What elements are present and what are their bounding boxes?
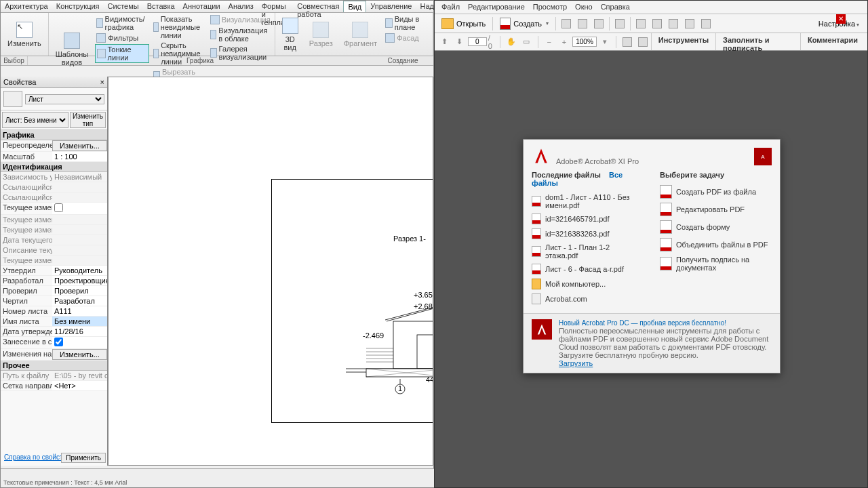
property-value[interactable]: Без имени bbox=[52, 317, 107, 326]
apply-button[interactable]: Применить bbox=[61, 453, 106, 463]
property-row[interactable]: Дата утверждени...11/28/16 bbox=[1, 327, 107, 337]
tab-collab[interactable]: Совместная работа bbox=[293, 1, 343, 12]
task-item[interactable]: Создать форму bbox=[660, 218, 772, 236]
recent-file-item[interactable]: Лист - 6 - Фасад a-г.pdf bbox=[532, 262, 644, 277]
3d-view-button[interactable]: 3D вид bbox=[278, 14, 302, 54]
property-row[interactable]: Текущее измене... bbox=[1, 203, 107, 215]
menu-view[interactable]: Просмотр bbox=[533, 3, 567, 12]
property-row[interactable]: Ссылающийся л... bbox=[1, 182, 107, 192]
menu-window[interactable]: Окно bbox=[575, 3, 593, 12]
task-item[interactable]: Получить подпись на документах bbox=[660, 253, 772, 274]
tab-struct[interactable]: Конструкция bbox=[52, 1, 104, 12]
property-row[interactable]: Ссылающийся у... bbox=[1, 192, 107, 203]
property-value[interactable]: Разработал bbox=[52, 296, 107, 306]
fit1-button[interactable] bbox=[620, 35, 634, 49]
property-value[interactable] bbox=[52, 203, 107, 214]
tab-arch[interactable]: Архитектура bbox=[1, 1, 52, 12]
view-control-bar[interactable] bbox=[1, 468, 435, 479]
fit2-button[interactable] bbox=[635, 35, 649, 49]
property-row[interactable]: Переопределени...Изменить... bbox=[1, 140, 107, 152]
tool3-button[interactable] bbox=[666, 16, 681, 31]
tool2-button[interactable] bbox=[650, 16, 665, 31]
drawing-canvas[interactable]: Разрез 1- bbox=[108, 77, 433, 466]
property-value[interactable]: <Нет> bbox=[52, 381, 107, 390]
property-row[interactable]: Сетка направля...<Нет> bbox=[1, 381, 107, 391]
property-value[interactable]: 11/28/16 bbox=[52, 327, 107, 336]
tab-manage[interactable]: Управление bbox=[366, 1, 416, 12]
property-row[interactable]: Описание текущ... bbox=[1, 245, 107, 256]
menu-file[interactable]: Файл bbox=[441, 3, 460, 12]
property-row[interactable]: Дата текущего из... bbox=[1, 235, 107, 245]
type-selector[interactable]: Лист bbox=[25, 94, 104, 104]
view-templates-button[interactable]: Шаблоны видов bbox=[52, 14, 93, 85]
create-button[interactable]: Создать bbox=[496, 18, 553, 30]
property-row[interactable]: Изменения на ли...Изменить... bbox=[1, 349, 107, 361]
property-row[interactable]: Путь к файлуE:\05 - by revit cou... bbox=[1, 371, 107, 381]
gear-button[interactable] bbox=[612, 16, 627, 31]
recent-file-item[interactable]: Acrobat.com bbox=[532, 291, 644, 306]
visibility-graphics-button[interactable]: Видимость/ графика bbox=[95, 14, 149, 32]
task-item[interactable]: Создать PDF из файла bbox=[660, 183, 772, 201]
property-row[interactable]: Масштаб1 : 100 bbox=[1, 152, 107, 162]
modify-button[interactable]: ↖Изменить bbox=[3, 14, 45, 54]
property-row[interactable]: ПроверилПроверил bbox=[1, 286, 107, 296]
property-value[interactable]: Изменить... bbox=[52, 140, 107, 151]
zoom-dd[interactable]: ▾ bbox=[598, 35, 612, 49]
property-checkbox[interactable] bbox=[54, 338, 63, 346]
property-row[interactable]: Имя листаБез имени bbox=[1, 317, 107, 327]
recent-file-item[interactable]: id=3216383263.pdf bbox=[532, 226, 644, 241]
render-cloud-button[interactable]: Визуализация в облаке bbox=[209, 26, 272, 43]
recent-file-item[interactable]: Лист - 1 - План 1-2 этажа.pdf bbox=[532, 241, 644, 262]
tools-pane-tab[interactable]: Инструменты bbox=[651, 33, 715, 50]
promo-download-link[interactable]: Загрузить bbox=[559, 359, 593, 367]
tool5-button[interactable] bbox=[698, 16, 713, 31]
tab-systems[interactable]: Системы bbox=[104, 1, 143, 12]
menu-help[interactable]: Справка bbox=[601, 3, 630, 12]
open-button[interactable]: Открыть bbox=[437, 18, 490, 29]
page-down-button[interactable]: ⬇ bbox=[452, 35, 466, 49]
property-row[interactable]: УтвердилРуководитель bbox=[1, 266, 107, 276]
selector-label[interactable]: Выбор bbox=[1, 56, 28, 65]
property-value[interactable]: Проектировщик bbox=[52, 276, 107, 285]
fill-sign-pane-tab[interactable]: Заполнить и подписать bbox=[715, 33, 800, 50]
property-value[interactable] bbox=[52, 337, 107, 348]
property-row[interactable]: Текущее измене... bbox=[1, 225, 107, 235]
property-value[interactable]: Проверил bbox=[52, 286, 107, 296]
tool4-button[interactable] bbox=[682, 16, 697, 31]
instance-filter[interactable]: Лист: Без имени bbox=[2, 112, 68, 128]
page-number-input[interactable] bbox=[468, 37, 487, 46]
property-value[interactable]: A111 bbox=[52, 306, 107, 316]
menu-edit[interactable]: Редактирование bbox=[468, 3, 525, 12]
tab-massing[interactable]: Формы и генплан bbox=[258, 1, 294, 12]
property-row[interactable]: Текущее измене... bbox=[1, 256, 107, 266]
comments-pane-tab[interactable]: Комментарии bbox=[800, 33, 865, 50]
zoom-out-button[interactable]: − bbox=[542, 35, 556, 49]
task-item[interactable]: Редактировать PDF bbox=[660, 201, 772, 218]
property-checkbox[interactable] bbox=[54, 203, 63, 212]
property-row[interactable]: ЧертилРазработал bbox=[1, 296, 107, 306]
filters-button[interactable]: Фильтры bbox=[95, 33, 149, 43]
recent-file-item[interactable]: dom1 - Лист - A110 - Без имени.pdf bbox=[532, 191, 644, 211]
tool1-button[interactable] bbox=[633, 16, 648, 31]
plan-views-button[interactable]: Виды в плане bbox=[384, 14, 430, 32]
property-row[interactable]: РазработалПроектировщик bbox=[1, 276, 107, 286]
show-hidden-button[interactable]: Показать невидимые линии bbox=[152, 14, 205, 40]
hand-tool-button[interactable]: ✋ bbox=[505, 35, 518, 49]
email-button[interactable] bbox=[591, 16, 606, 31]
tab-insert[interactable]: Вставка bbox=[143, 1, 179, 12]
recent-file-item[interactable]: id=3216465791.pdf bbox=[532, 211, 644, 226]
callout-button[interactable]: Фрагмент bbox=[340, 14, 381, 54]
property-value[interactable]: Изменить... bbox=[52, 349, 107, 360]
property-value[interactable]: 1 : 100 bbox=[52, 152, 107, 161]
select-tool-button[interactable]: ▭ bbox=[519, 35, 533, 49]
zoom-level[interactable]: 100% bbox=[572, 37, 597, 47]
page-up-button[interactable]: ⬆ bbox=[437, 35, 451, 49]
property-row[interactable]: Текущее измене... bbox=[1, 215, 107, 225]
section-button[interactable]: Разрез bbox=[305, 14, 337, 54]
tab-analysis[interactable]: Анализ bbox=[224, 1, 258, 12]
tab-view[interactable]: Вид bbox=[343, 1, 366, 12]
property-row[interactable]: Номер листаA111 bbox=[1, 306, 107, 317]
close-properties-button[interactable]: × bbox=[100, 78, 104, 86]
property-value[interactable]: Руководитель bbox=[52, 266, 107, 275]
property-row[interactable]: Занесение в спи... bbox=[1, 337, 107, 349]
